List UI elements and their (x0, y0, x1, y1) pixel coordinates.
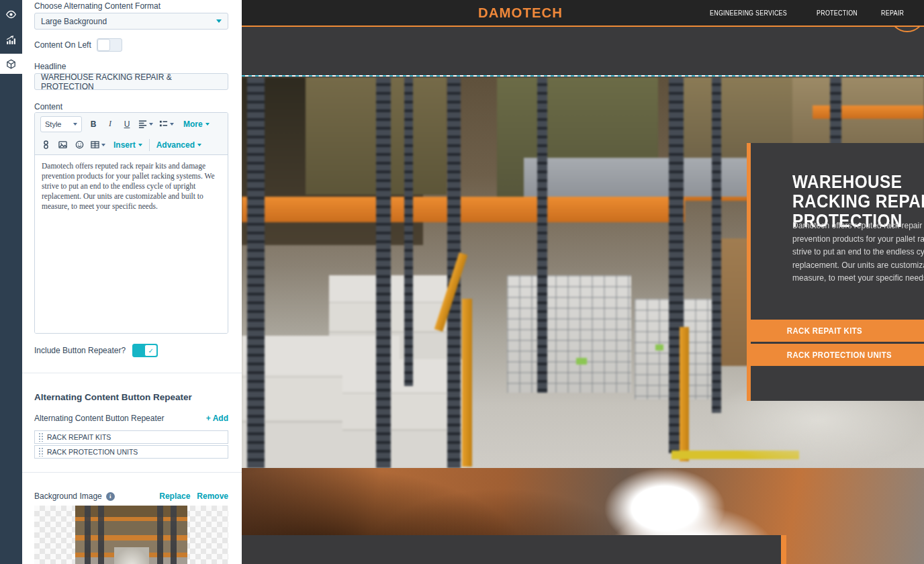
background-image-label: Background Image (34, 491, 102, 501)
check-icon: ✓ (144, 344, 157, 357)
headline-field-label: Headline (34, 62, 228, 71)
repeater-item-label: RACK PROTECTION UNITS (47, 448, 138, 456)
more-menu-button[interactable]: More (183, 117, 210, 132)
chevron-down-icon (170, 123, 174, 126)
repeater-field-label: Alternating Content Button Repeater (34, 414, 164, 423)
hero-content-card: WAREHOUSE RACKING REPAIR & PROTECTION Da… (747, 143, 924, 401)
remove-image-button[interactable]: Remove (197, 491, 228, 501)
link-button[interactable] (40, 138, 51, 152)
chevron-down-icon (101, 144, 105, 146)
info-icon[interactable]: i (106, 492, 115, 501)
insert-menu-button[interactable]: Insert (113, 138, 142, 152)
link-icon (42, 140, 50, 149)
table-icon (91, 140, 99, 149)
chevron-down-icon (149, 123, 153, 126)
repeater-heading: Alternating Content Button Repeater (34, 392, 228, 402)
headline-input[interactable]: WAREHOUSE RACKING REPAIR & PROTECTION (34, 73, 228, 90)
nav-engineering-services[interactable]: ENGINEERING SERVICES (710, 9, 787, 17)
advanced-menu-button[interactable]: Advanced (156, 138, 201, 152)
image-icon (58, 140, 67, 149)
chevron-down-icon (197, 144, 201, 146)
format-select-value: Large Background (41, 17, 107, 26)
table-button[interactable] (91, 138, 105, 152)
preview-eye-icon[interactable] (0, 4, 22, 24)
bold-button[interactable]: B (88, 117, 99, 132)
list-button[interactable] (159, 117, 174, 132)
include-button-repeater-toggle[interactable]: ✓ (132, 344, 158, 357)
include-button-repeater-label: Include Button Repeater? (34, 346, 126, 355)
emoji-icon (75, 140, 84, 149)
style-select-value: Style (45, 120, 61, 128)
chevron-down-icon (138, 144, 142, 146)
modules-cube-icon[interactable] (0, 54, 22, 74)
app-sidebar (0, 0, 22, 564)
next-section-accent-bar (781, 535, 786, 564)
content-on-left-toggle[interactable] (97, 38, 122, 52)
align-icon (138, 120, 147, 128)
repeater-item[interactable]: RACK PROTECTION UNITS (34, 445, 228, 459)
rte-toolbar-row1: Style B I U More (35, 113, 228, 135)
headline-input-value: WAREHOUSE RACKING REPAIR & PROTECTION (41, 73, 222, 91)
rte-content-area[interactable]: Damotech offers reputed rack repair kits… (35, 155, 228, 334)
drag-handle-icon[interactable] (38, 432, 43, 442)
section-divider (22, 373, 242, 373)
module-editor-panel: Choose Alternating Content Format Large … (22, 0, 242, 564)
site-nav: ENGINEERING SERVICES PROTECTION REPAIR S… (710, 9, 924, 17)
drag-handle-icon[interactable] (38, 447, 43, 457)
site-header: DAMOTECH ENGINEERING SERVICES PROTECTION… (242, 0, 924, 26)
emoji-button[interactable] (74, 138, 85, 152)
background-image-thumbnail[interactable] (75, 506, 187, 564)
chevron-down-icon (73, 123, 77, 126)
add-item-button[interactable]: + Add (206, 414, 228, 423)
nav-repair[interactable]: REPAIR (881, 9, 904, 17)
nav-protection[interactable]: PROTECTION (817, 9, 858, 17)
rack-protection-units-button[interactable]: RACK PROTECTION UNITS (747, 344, 924, 366)
format-field-label: Choose Alternating Content Format (34, 1, 228, 11)
chevron-down-icon (205, 123, 210, 126)
underline-button[interactable]: U (122, 117, 132, 132)
section-divider (22, 472, 242, 473)
repeater-item[interactable]: RACK REPAIT KITS (34, 430, 228, 444)
repeater-item-label: RACK REPAIT KITS (47, 433, 111, 441)
italic-button[interactable]: I (105, 117, 116, 132)
list-icon (159, 120, 168, 128)
image-preview-area (34, 506, 228, 564)
page-preview: DAMOTECH ENGINEERING SERVICES PROTECTION… (242, 0, 924, 564)
rte-toolbar-row2: Insert Advanced (35, 135, 228, 155)
module-selection-border (242, 75, 924, 77)
hero-body-text: Damotech offers reputed rack repair kits… (792, 219, 924, 285)
style-select[interactable]: Style (40, 116, 82, 132)
toolbar-divider (149, 139, 150, 151)
align-button[interactable] (138, 117, 153, 132)
chevron-down-icon (216, 19, 222, 23)
format-select[interactable]: Large Background (34, 13, 228, 30)
content-field-label: Content (34, 102, 228, 111)
analytics-icon[interactable] (0, 30, 22, 50)
rack-repair-kits-button[interactable]: RACK REPAIT KITS (747, 320, 924, 342)
next-section-content-card (242, 535, 781, 564)
header-circle-ornament (888, 27, 924, 36)
damotech-logo[interactable]: DAMOTECH (478, 5, 563, 21)
replace-image-button[interactable]: Replace (159, 491, 190, 501)
image-button[interactable] (57, 138, 68, 152)
rich-text-editor: Style B I U More (34, 112, 228, 334)
header-accent-rule (242, 26, 924, 27)
content-on-left-label: Content On Left (34, 40, 91, 50)
